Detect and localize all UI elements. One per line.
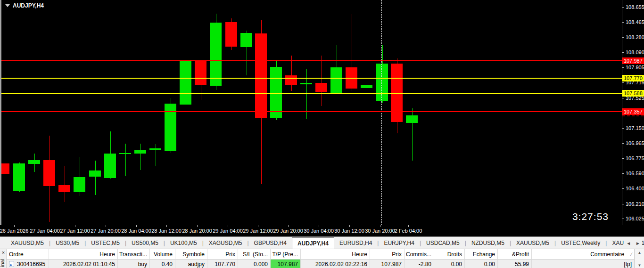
y-axis-tick bbox=[622, 98, 624, 98]
column-header-0[interactable]: Ordre bbox=[7, 249, 49, 260]
tab-ustec-weekly[interactable]: USTEC,Weekly bbox=[556, 237, 605, 249]
terminal-scrollbar[interactable]: ▲ ▼ bbox=[635, 249, 644, 268]
row-cell-1[interactable]: 2026.02.02 01:10:45 bbox=[49, 260, 118, 268]
tab-audjpy-h4[interactable]: AUDJPY,H4 bbox=[292, 237, 334, 249]
table-row[interactable]: 3004166952026.02.02 01:10:45buy0.40audjp… bbox=[7, 260, 635, 268]
level-line-107.588[interactable] bbox=[1, 93, 622, 94]
tab-uk100-m5[interactable]: UK100,M5 bbox=[165, 237, 202, 249]
column-header-13[interactable]: &Profit bbox=[498, 249, 532, 260]
level-line-107.770[interactable] bbox=[1, 78, 622, 79]
tab-xagusd-m5[interactable]: XAGUSD,M5 bbox=[204, 237, 248, 249]
candle-17 bbox=[255, 0, 267, 225]
row-cell-0[interactable]: 300416695 bbox=[7, 260, 49, 268]
row-cell-8[interactable]: 2026.02.02 02:22:16 bbox=[301, 260, 370, 268]
candle-wick bbox=[125, 144, 126, 176]
column-header-5[interactable]: Prix bbox=[207, 249, 238, 260]
tab-nzdusd-m5[interactable]: NZDUSD,M5 bbox=[466, 237, 510, 249]
tab-usdcad-m5[interactable]: USDCAD,M5 bbox=[421, 237, 465, 249]
price-tag-107.987: 107.987 bbox=[622, 57, 644, 64]
level-line-107.357[interactable] bbox=[1, 111, 622, 112]
column-header-14[interactable]: Commentaire∕ bbox=[532, 249, 635, 260]
x-axis-tick bbox=[166, 225, 167, 227]
tab-xauusd-m5[interactable]: XAUUSD,M5 bbox=[511, 237, 554, 249]
candle-wick bbox=[156, 144, 156, 166]
y-axis-tick bbox=[622, 52, 624, 53]
x-axis-label: 27 Jan 04:00 bbox=[30, 228, 60, 234]
tab-scroll-left-icon[interactable]: ◄ bbox=[626, 241, 631, 246]
x-axis-tick bbox=[136, 225, 137, 227]
y-axis-label: 106.590 bbox=[622, 171, 644, 177]
terminal-panel: × inal OrdreHeureTransacti...VolumeSymbo… bbox=[0, 249, 644, 268]
candle-1 bbox=[13, 0, 25, 225]
close-icon[interactable]: × bbox=[0, 250, 7, 256]
tab-us30-m5[interactable]: US30,M5 bbox=[50, 237, 84, 249]
column-header-2[interactable]: Transacti... bbox=[118, 249, 150, 260]
y-axis-tick bbox=[622, 219, 624, 219]
scroll-down-icon[interactable]: ▼ bbox=[635, 263, 644, 268]
y-axis-tick bbox=[622, 128, 624, 129]
column-header-8[interactable]: Heure bbox=[301, 249, 370, 260]
candle-3 bbox=[43, 0, 55, 225]
candle-27 bbox=[406, 0, 418, 225]
price-axis[interactable]: 107.987107.770107.588107.357108.655108.4… bbox=[622, 0, 644, 225]
candle-23 bbox=[346, 0, 357, 225]
order-document-icon bbox=[9, 261, 14, 267]
y-axis-tick bbox=[622, 143, 624, 144]
sort-indicator-icon: ∕ bbox=[631, 252, 632, 257]
tab-scroll-right-icon[interactable]: ► bbox=[636, 241, 640, 246]
scroll-up-icon[interactable]: ▲ bbox=[635, 251, 644, 255]
x-axis-label: 28 Jan 20:00 bbox=[182, 228, 212, 234]
column-header-7[interactable]: T/P (Pre... bbox=[271, 249, 301, 260]
column-header-1[interactable]: Heure bbox=[49, 249, 118, 260]
time-axis[interactable]: 26 Jan 202627 Jan 04:0027 Jan 12:0027 Ja… bbox=[0, 225, 644, 236]
tab-ustec-m5[interactable]: USTEC,M5 bbox=[86, 237, 125, 249]
tab-us500-m5[interactable]: US500,M5 bbox=[126, 237, 164, 249]
row-cell-6[interactable]: 0.000 bbox=[238, 260, 271, 268]
y-axis-label: 106.775 bbox=[622, 155, 644, 162]
candle-body bbox=[149, 148, 161, 150]
row-cell-14[interactable]: [tp] bbox=[532, 260, 635, 268]
table-header-row: OrdreHeureTransacti...VolumeSymbolePrixS… bbox=[7, 249, 635, 260]
x-axis-label: 29 Jan 04:00 bbox=[213, 228, 243, 234]
column-header-12[interactable]: Echange bbox=[465, 249, 498, 260]
y-axis-tick bbox=[622, 158, 624, 159]
row-cell-9[interactable]: 107.987 bbox=[370, 260, 405, 268]
candle-25 bbox=[376, 0, 388, 225]
candle-body bbox=[89, 171, 101, 177]
column-header-9[interactable]: Prix bbox=[370, 249, 405, 260]
candle-body bbox=[285, 75, 297, 85]
row-cell-13[interactable]: 55.99 bbox=[498, 260, 532, 268]
row-cell-5[interactable]: 107.770 bbox=[207, 260, 238, 268]
row-cell-4[interactable]: audjpy bbox=[175, 260, 207, 268]
row-cell-11[interactable]: 0.00 bbox=[434, 260, 465, 268]
column-header-11[interactable]: Droits bbox=[434, 249, 465, 260]
candle-body bbox=[361, 85, 372, 88]
column-header-10[interactable]: Commis... bbox=[405, 249, 434, 260]
y-axis-label: 106.025 bbox=[622, 216, 644, 222]
column-header-3[interactable]: Volume bbox=[150, 249, 175, 260]
row-cell-7[interactable]: 107.987 bbox=[271, 260, 301, 268]
tab-gbpusd-h4[interactable]: GBPUSD,H4 bbox=[249, 237, 292, 249]
price-tag-107.588: 107.588 bbox=[622, 90, 644, 97]
y-axis-tick bbox=[622, 188, 624, 189]
candle-body bbox=[0, 163, 9, 174]
tab-eurjpy-h4[interactable]: EURJPY,H4 bbox=[379, 237, 419, 249]
candle-body bbox=[13, 163, 25, 191]
level-line-107.987[interactable] bbox=[1, 60, 622, 61]
candle-9 bbox=[134, 0, 146, 225]
row-cell-3[interactable]: 0.40 bbox=[150, 260, 175, 268]
candle-7 bbox=[104, 0, 116, 225]
column-header-6[interactable]: S/L (Sto... bbox=[238, 249, 271, 260]
candle-5 bbox=[74, 0, 85, 225]
tab-eurusd-h4[interactable]: EURUSD,H4 bbox=[334, 237, 377, 249]
chart-area[interactable]: AUDJPY,H4 3:27:53 bbox=[0, 0, 622, 225]
row-cell-10[interactable]: -2.80 bbox=[405, 260, 434, 268]
row-cell-2[interactable]: buy bbox=[118, 260, 150, 268]
y-axis-label: 108.090 bbox=[622, 49, 644, 56]
tab-xauusd-m5[interactable]: XAUUSD,M5 bbox=[6, 237, 49, 249]
candle-wick bbox=[367, 72, 367, 120]
row-cell-12[interactable]: 0.00 bbox=[465, 260, 498, 268]
y-axis-label: 106.965 bbox=[622, 140, 644, 146]
column-header-4[interactable]: Symbole bbox=[175, 249, 207, 260]
y-axis-label: 107.150 bbox=[622, 125, 644, 131]
